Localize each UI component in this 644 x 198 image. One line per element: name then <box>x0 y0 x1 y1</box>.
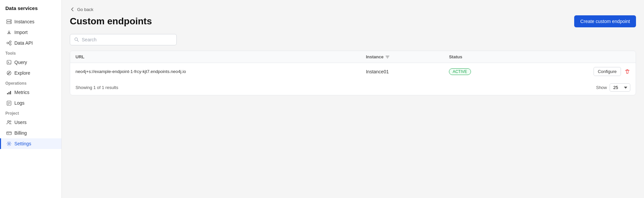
sidebar-item-label: Instances <box>14 19 34 24</box>
trash-icon <box>624 69 630 75</box>
svg-point-25 <box>8 143 10 145</box>
api-icon <box>6 40 12 46</box>
showing-text: Showing 1 of 1 results <box>75 85 118 90</box>
sidebar-item-instances[interactable]: Instances <box>0 16 61 27</box>
project-section-label: Project <box>0 108 61 117</box>
row-url: neo4j+s://example-endpoint-1-frcy-kjt7.e… <box>70 63 360 80</box>
svg-point-21 <box>10 121 11 122</box>
sidebar-item-billing[interactable]: Billing <box>0 128 61 138</box>
search-input-wrap <box>70 34 177 45</box>
sidebar-item-data-api[interactable]: Data API <box>0 38 61 48</box>
delete-button[interactable] <box>624 69 630 75</box>
main-content: Go back Custom endpoints Create custom e… <box>62 0 644 198</box>
svg-rect-22 <box>7 132 11 135</box>
col-url: URL <box>70 51 360 63</box>
sidebar-brand: Data services <box>0 5 61 16</box>
row-status: ACTIVE <box>444 63 521 80</box>
svg-line-8 <box>8 43 10 44</box>
sidebar-item-logs[interactable]: Logs <box>0 98 61 108</box>
configure-button[interactable]: Configure <box>594 67 621 76</box>
explore-icon <box>6 70 12 76</box>
sidebar-item-label: Explore <box>14 70 30 76</box>
sidebar-item-metrics[interactable]: Metrics <box>0 87 61 98</box>
show-select[interactable]: 25 10 50 100 <box>610 83 630 92</box>
svg-point-2 <box>10 20 11 21</box>
metrics-icon <box>6 90 12 95</box>
import-icon <box>6 30 12 35</box>
svg-line-27 <box>77 40 78 42</box>
svg-point-5 <box>10 41 11 43</box>
logs-icon <box>6 100 12 106</box>
svg-rect-9 <box>7 60 11 64</box>
sidebar-item-users[interactable]: Users <box>0 117 61 128</box>
sidebar-item-label: Data API <box>14 40 33 46</box>
endpoints-table: URL Instance Status <box>70 51 636 80</box>
svg-rect-15 <box>10 91 11 94</box>
sidebar-item-label: Logs <box>14 100 24 106</box>
search-icon <box>74 37 79 42</box>
go-back-link[interactable]: Go back <box>70 7 636 12</box>
svg-line-7 <box>8 42 10 43</box>
row-instance: Instance01 <box>360 63 444 80</box>
table-row: neo4j+s://example-endpoint-1-frcy-kjt7.e… <box>70 63 636 80</box>
page-title: Custom endpoints <box>70 16 152 27</box>
sidebar-item-label: Settings <box>14 141 31 146</box>
query-icon <box>6 60 12 65</box>
sidebar-item-settings[interactable]: Settings <box>0 138 61 149</box>
status-badge: ACTIVE <box>449 68 471 75</box>
svg-point-20 <box>8 121 9 122</box>
col-status: Status <box>444 51 521 63</box>
sidebar-item-label: Billing <box>14 130 27 136</box>
col-instance: Instance <box>360 51 444 63</box>
server-icon <box>6 19 12 24</box>
settings-icon <box>6 141 12 146</box>
table-footer: Showing 1 of 1 results Show 25 10 50 100 <box>70 80 636 95</box>
svg-point-3 <box>10 23 11 23</box>
sidebar-item-label: Users <box>14 120 27 125</box>
endpoints-table-container: URL Instance Status <box>70 51 636 95</box>
show-select-wrap: Show 25 10 50 100 <box>596 83 630 92</box>
show-label: Show <box>596 85 607 90</box>
sidebar-item-label: Query <box>14 60 27 65</box>
sidebar-item-label: Import <box>14 30 28 35</box>
sidebar-item-explore[interactable]: Explore <box>0 68 61 78</box>
page-header: Custom endpoints Create custom endpoint <box>70 15 636 27</box>
col-actions <box>522 51 636 63</box>
row-actions: Configure <box>522 63 636 80</box>
tools-section-label: Tools <box>0 48 61 57</box>
users-icon <box>6 120 12 125</box>
svg-point-12 <box>9 73 9 73</box>
svg-point-4 <box>7 42 9 44</box>
sidebar-item-label: Metrics <box>14 90 29 95</box>
search-container <box>70 34 636 45</box>
sidebar-item-import[interactable]: Import <box>0 27 61 38</box>
svg-rect-14 <box>9 92 10 94</box>
billing-icon <box>6 130 12 136</box>
svg-rect-13 <box>7 93 8 94</box>
arrow-left-icon <box>70 7 75 12</box>
table-header-row: URL Instance Status <box>70 51 636 63</box>
operations-section-label: Operations <box>0 78 61 87</box>
search-input[interactable] <box>82 37 172 42</box>
sidebar: Data services Instances Import <box>0 0 62 198</box>
sidebar-item-query[interactable]: Query <box>0 57 61 68</box>
filter-icon <box>385 55 390 59</box>
svg-point-6 <box>10 44 11 45</box>
row-actions-wrap: Configure <box>527 67 630 76</box>
create-custom-endpoint-button[interactable]: Create custom endpoint <box>574 15 636 27</box>
